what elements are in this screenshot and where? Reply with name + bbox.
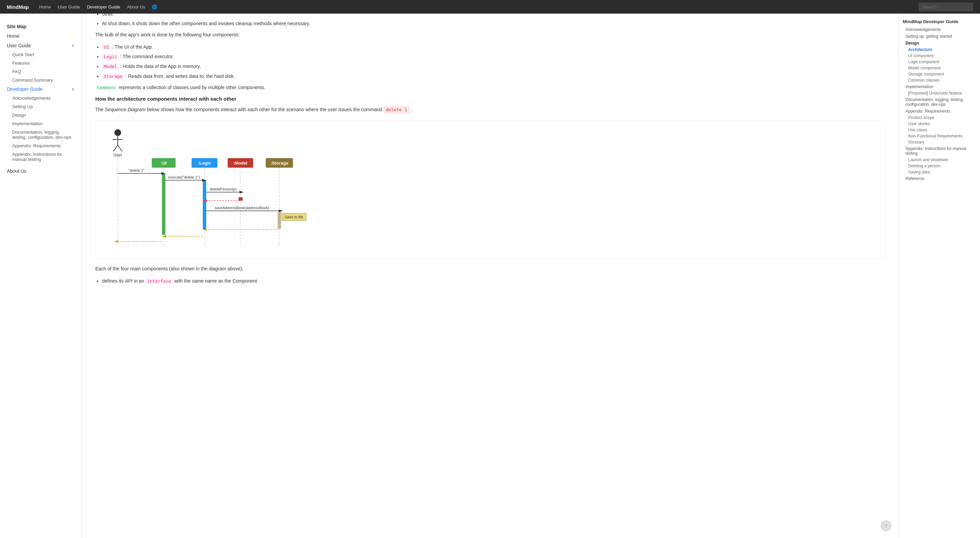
- sitemap-title: Site Map: [0, 21, 81, 31]
- diagram-svg: User :UI :Logic :Model :Storage: [99, 124, 310, 253]
- activation-ui: [162, 173, 165, 235]
- user-label: User: [113, 153, 122, 157]
- return-marker-model: [239, 197, 243, 201]
- toc-title: MindMap Developer Guide: [903, 19, 976, 24]
- sidebar-item-developer-guide[interactable]: Developer Guide ∧: [0, 84, 81, 94]
- component-storage: Storage : Reads data from, and writes da…: [102, 73, 885, 80]
- toc-logic-component[interactable]: Logic component: [903, 59, 976, 65]
- content-section: other. At shut down, it shuts down the o…: [95, 10, 885, 285]
- toc-user-stories[interactable]: User stories: [903, 121, 976, 127]
- actor-label-storage: :Storage: [270, 160, 288, 166]
- intro-list-item-2: At shut down, it shuts down the other co…: [102, 20, 885, 27]
- toc-appendix-manual[interactable]: Appendix: Instructions for manual testin…: [903, 145, 976, 157]
- brand-logo[interactable]: MindMap: [7, 4, 29, 10]
- toc-architecture[interactable]: Architecture: [903, 47, 976, 53]
- code-delete: delete 1: [383, 106, 410, 113]
- para-sequence: The Sequence Diagram below shows how the…: [95, 106, 885, 114]
- sidebar-left: Site Map Home User Guide ∧ Quick Start F…: [0, 14, 82, 298]
- component-model: Model : Holds the data of the App in mem…: [102, 63, 885, 70]
- msg-label-save: saveAddressBook(addressBook): [215, 206, 269, 210]
- toc-documentation[interactable]: Documentation, logging, testing, configu…: [903, 96, 976, 108]
- nav-links: Home User Guide Developer Guide About Us…: [39, 5, 919, 10]
- nav-about-us[interactable]: About Us: [127, 5, 145, 10]
- arrow-logic-model: [240, 191, 243, 194]
- sidebar-sub-acknowledgements[interactable]: Acknowledgements: [0, 94, 81, 102]
- code-ui: UI: [102, 44, 111, 50]
- code-interface: interface: [146, 278, 173, 284]
- user-leg-left: [113, 145, 118, 151]
- toc-undo-redo[interactable]: [Proposed] Undo/redo feature: [903, 90, 976, 96]
- toc-setting-up[interactable]: Setting up, getting started: [903, 33, 976, 40]
- arrow-logic-ui-return: [162, 235, 166, 238]
- sidebar-sub-appendix-req[interactable]: Appendix: Requirements: [0, 141, 81, 150]
- code-storage: Storage: [102, 73, 124, 79]
- top-navigation: MindMap Home User Guide Developer Guide …: [0, 0, 980, 14]
- sidebar-sub-documentation[interactable]: Documentation, logging, testing, configu…: [0, 128, 81, 141]
- developer-guide-chevron: ∧: [72, 87, 75, 92]
- msg-label-delete: "delete 1": [129, 168, 145, 172]
- toc-reference[interactable]: Reference: [903, 175, 976, 182]
- toc-storage-component[interactable]: Storage component: [903, 71, 976, 77]
- commons-para: Commons represents a collection of class…: [95, 84, 885, 92]
- commons-desc: represents a collection of classes used …: [119, 85, 266, 90]
- actor-label-ui: :UI: [161, 160, 166, 166]
- bottom-list-item-1: defines its API in an interface with the…: [102, 277, 885, 285]
- toc-use-cases[interactable]: Use cases: [903, 127, 976, 133]
- arrow-logic-storage: [279, 209, 283, 212]
- para-bulk: The bulk of the app's work is done by th…: [95, 31, 885, 39]
- toc-glossary[interactable]: Glossary: [903, 139, 976, 145]
- sidebar-sub-appendix-manual[interactable]: Appendix: Instructions for manual testin…: [0, 150, 81, 163]
- sidebar-sub-quickstart[interactable]: Quick Start: [0, 50, 81, 59]
- sidebar-right: MindMap Developer Guide Acknowledgements…: [898, 14, 980, 298]
- user-head: [115, 129, 121, 136]
- actor-label-logic: :Logic: [198, 160, 211, 166]
- code-logic: Logic: [102, 54, 119, 60]
- sequence-diagram: User :UI :Logic :Model :Storage: [95, 121, 885, 258]
- sidebar-sub-command-summary[interactable]: Command Summary: [0, 76, 81, 84]
- nav-developer-guide[interactable]: Developer Guide: [87, 5, 120, 10]
- msg-label-execute: execute("delete 1"): [169, 175, 200, 179]
- toc-saving-data[interactable]: Saving data: [903, 169, 976, 175]
- sidebar-sub-design[interactable]: Design: [0, 111, 81, 119]
- main-content: other. At shut down, it shuts down the o…: [82, 0, 898, 298]
- bottom-list: defines its API in an interface with the…: [102, 277, 885, 285]
- toc-ui-component[interactable]: UI component: [903, 53, 976, 59]
- toc-non-functional[interactable]: Non-Functional Requirements: [903, 133, 976, 139]
- para-four-components: Each of the four main components (also s…: [95, 265, 885, 273]
- component-ui: UI : The UI of the App.: [102, 43, 885, 51]
- sidebar-sub-setting-up[interactable]: Setting Up: [0, 102, 81, 111]
- search-input[interactable]: [919, 3, 973, 11]
- msg-label-delete-person: deletePerson(p): [210, 187, 237, 191]
- toc-product-scope[interactable]: Product scope: [903, 114, 976, 121]
- toc-acknowledgements[interactable]: Acknowledgements: [903, 26, 976, 33]
- sidebar-item-about-us[interactable]: About Us: [0, 166, 81, 176]
- component-logic: Logic : The command executor.: [102, 53, 885, 60]
- toc-design[interactable]: Design: [903, 40, 976, 47]
- toc-common-classes[interactable]: Common classes: [903, 77, 976, 83]
- sidebar-item-user-guide[interactable]: User Guide ∧: [0, 41, 81, 50]
- activation-storage: [278, 212, 281, 229]
- user-leg-right: [118, 145, 122, 151]
- user-guide-chevron: ∧: [72, 43, 75, 48]
- actor-label-model: :Model: [233, 160, 247, 166]
- italic-sequence: Sequence Diagram: [105, 107, 146, 112]
- toc-implementation[interactable]: Implementation: [903, 83, 976, 90]
- italic-api: API: [125, 278, 133, 284]
- toc-deleting-person[interactable]: Deleting a person: [903, 163, 976, 169]
- sidebar-sub-faq[interactable]: FAQ: [0, 67, 81, 76]
- sidebar-sub-features[interactable]: Features: [0, 59, 81, 67]
- nav-language[interactable]: 🌐: [152, 5, 157, 10]
- components-list: UI : The UI of the App. Logic : The comm…: [102, 43, 885, 80]
- nav-home[interactable]: Home: [39, 5, 51, 10]
- save-label: Save to file: [285, 215, 303, 219]
- arrow-ui-user-return: [115, 240, 118, 243]
- nav-user-guide[interactable]: User Guide: [58, 5, 80, 10]
- toc-launch-shutdown[interactable]: Launch and shutdown: [903, 157, 976, 163]
- toc-appendix-req[interactable]: Appendix: Requirements: [903, 108, 976, 114]
- code-model: Model: [102, 63, 119, 69]
- code-commons: Commons: [95, 85, 118, 90]
- sidebar-sub-implementation[interactable]: Implementation: [0, 119, 81, 128]
- activation-logic: [203, 180, 206, 230]
- toc-model-component[interactable]: Model component: [903, 65, 976, 71]
- sidebar-item-home[interactable]: Home: [0, 31, 81, 41]
